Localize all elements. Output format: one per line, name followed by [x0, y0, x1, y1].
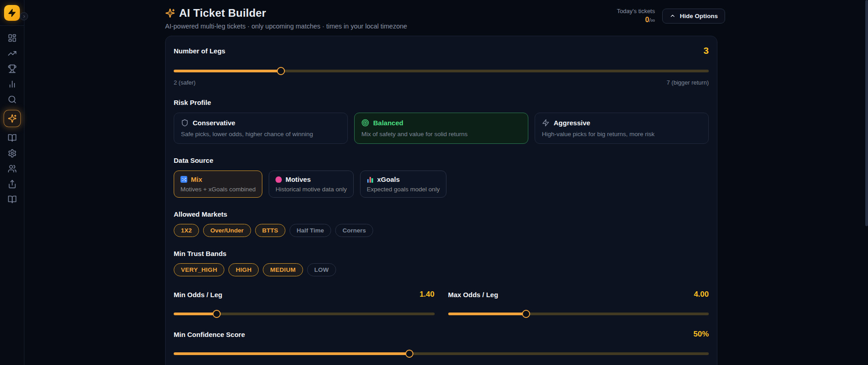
book-open-icon	[8, 133, 17, 142]
sidebar-item-library[interactable]	[5, 194, 20, 204]
min-odds-slider-thumb[interactable]	[213, 310, 221, 318]
sidebar	[0, 0, 24, 365]
book-open-icon	[8, 195, 17, 204]
trust-pill-medium[interactable]: MEDIUM	[263, 263, 303, 276]
sidebar-item-search[interactable]	[5, 95, 20, 104]
main-content: AI Ticket Builder AI-powered multi-leg t…	[24, 0, 868, 365]
sidebar-item-ai-ticket-builder[interactable]	[4, 110, 21, 127]
min-odds-slider[interactable]	[174, 310, 435, 318]
sidebar-item-dashboard[interactable]	[5, 33, 20, 43]
page-scrollbar[interactable]	[865, 0, 868, 365]
ticket-builder-card: Number of Legs 3 2 (safer) 7 (bigger ret…	[165, 36, 717, 365]
source-option-xgoals[interactable]: xGoals Expected goals model only	[360, 171, 446, 198]
trust-pills: VERY_HIGH HIGH MEDIUM LOW	[174, 263, 709, 276]
page-title: AI Ticket Builder	[179, 7, 266, 19]
legs-label: Number of Legs	[174, 47, 225, 55]
zap-icon	[8, 9, 16, 17]
sidebar-item-community[interactable]	[5, 164, 20, 173]
sidebar-item-trophy[interactable]	[5, 64, 20, 73]
trust-bands-label: Min Trust Bands	[174, 250, 709, 257]
app-root: AI Ticket Builder AI-powered multi-leg t…	[0, 0, 868, 365]
search-icon	[8, 95, 17, 104]
scrollbar-thumb[interactable]	[865, 0, 868, 226]
confidence-label: Min Confidence Score	[174, 331, 245, 338]
sidebar-nav	[0, 26, 24, 204]
legs-captions: 2 (safer) 7 (bigger return)	[174, 79, 709, 86]
legs-header: Number of Legs 3	[174, 45, 709, 56]
legs-value: 3	[703, 45, 709, 56]
dashboard-icon	[8, 33, 17, 43]
users-icon	[8, 164, 17, 173]
upload-icon	[8, 180, 17, 189]
trust-pill-low[interactable]: LOW	[307, 263, 336, 276]
trust-pill-very-high[interactable]: VERY_HIGH	[174, 263, 224, 276]
chevron-right-icon	[22, 14, 26, 19]
risk-option-conservative[interactable]: Conservative Safe picks, lower odds, hig…	[174, 113, 348, 144]
market-pill-over-under[interactable]: Over/Under	[203, 224, 251, 237]
logo-block	[0, 0, 24, 26]
max-odds-value: 4.00	[694, 290, 709, 299]
market-pill-half-time[interactable]: Half Time	[289, 224, 332, 237]
allowed-markets-label: Allowed Markets	[174, 210, 709, 218]
brain-icon	[275, 176, 282, 183]
confidence-slider-thumb[interactable]	[405, 350, 413, 358]
max-odds-slider[interactable]	[448, 310, 709, 318]
source-option-motives[interactable]: Motives Historical motive data only	[269, 171, 354, 198]
page-header: AI Ticket Builder AI-powered multi-leg t…	[165, 7, 725, 30]
data-source-options: Mix Motives + xGoals combined Motives Hi…	[174, 171, 709, 198]
bar-chart-icon	[8, 80, 17, 89]
sidebar-item-trends[interactable]	[5, 48, 20, 58]
risk-option-aggressive[interactable]: Aggressive High-value picks for big retu…	[535, 113, 709, 144]
data-source-label: Data Source	[174, 156, 709, 164]
app-logo[interactable]	[4, 5, 20, 21]
zap-icon	[542, 119, 550, 127]
market-pill-btts[interactable]: BTTS	[255, 224, 285, 237]
confidence-slider[interactable]	[174, 350, 709, 358]
todays-tickets-count: 0/∞	[617, 16, 655, 24]
sidebar-item-playbook[interactable]	[5, 133, 20, 142]
market-pill-1x2[interactable]: 1X2	[174, 224, 199, 237]
market-pill-corners[interactable]: Corners	[335, 224, 373, 237]
shuffle-icon	[180, 176, 187, 183]
sparkles-icon	[8, 114, 17, 123]
sidebar-item-settings[interactable]	[5, 148, 20, 158]
bar-chart-icon	[367, 176, 374, 183]
confidence-block: Min Confidence Score 50%	[174, 330, 709, 358]
max-odds-label: Max Odds / Leg	[448, 291, 498, 299]
risk-profile-label: Risk Profile	[174, 99, 709, 106]
legs-min-caption: 2 (safer)	[174, 79, 195, 86]
gear-icon	[8, 149, 17, 158]
market-pills: 1X2 Over/Under BTTS Half Time Corners	[174, 224, 709, 237]
min-odds-label: Min Odds / Leg	[174, 291, 223, 299]
source-option-mix[interactable]: Mix Motives + xGoals combined	[174, 171, 262, 198]
trust-pill-high[interactable]: HIGH	[228, 263, 259, 276]
legs-max-caption: 7 (bigger return)	[667, 79, 709, 86]
sidebar-expand-button[interactable]	[20, 12, 28, 20]
todays-tickets: Today's tickets 0/∞	[617, 8, 655, 24]
trending-up-icon	[8, 49, 17, 58]
sparkles-icon	[165, 8, 175, 18]
hide-options-button[interactable]: Hide Options	[662, 9, 725, 24]
risk-option-balanced[interactable]: Balanced Mix of safety and value for sol…	[354, 113, 528, 144]
page-subtitle: AI-powered multi-leg tickets · only upco…	[165, 23, 407, 30]
legs-slider[interactable]	[174, 67, 709, 75]
title-block: AI Ticket Builder AI-powered multi-leg t…	[165, 7, 407, 30]
max-odds-slider-thumb[interactable]	[522, 310, 530, 318]
odds-row: Min Odds / Leg 1.40 Max Odds / Leg 4.00	[174, 290, 709, 318]
trophy-icon	[8, 64, 17, 73]
header-right: Today's tickets 0/∞ Hide Options	[617, 8, 725, 24]
todays-tickets-label: Today's tickets	[617, 8, 655, 14]
sidebar-item-stats[interactable]	[5, 79, 20, 89]
hide-options-label: Hide Options	[680, 13, 718, 19]
chevron-up-icon	[669, 13, 676, 19]
risk-options: Conservative Safe picks, lower odds, hig…	[174, 113, 709, 144]
legs-slider-thumb[interactable]	[277, 67, 285, 75]
sidebar-item-share[interactable]	[5, 179, 20, 189]
min-odds-value: 1.40	[419, 290, 434, 299]
min-odds-block: Min Odds / Leg 1.40	[174, 290, 435, 318]
max-odds-block: Max Odds / Leg 4.00	[448, 290, 709, 318]
shield-icon	[181, 119, 189, 127]
confidence-value: 50%	[693, 330, 709, 339]
target-icon	[361, 119, 369, 127]
